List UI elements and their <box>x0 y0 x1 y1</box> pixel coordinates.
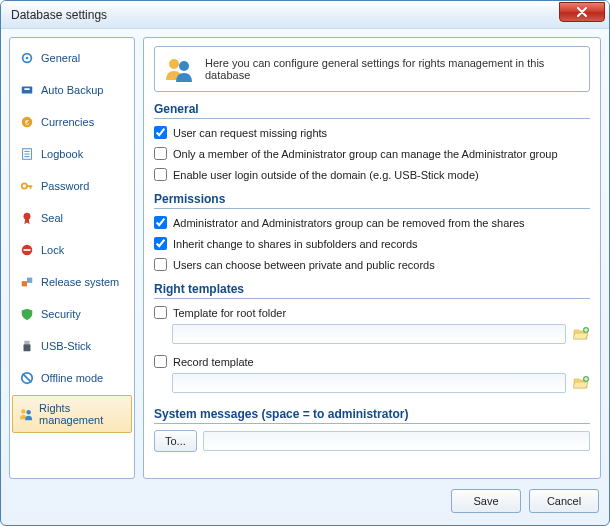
section-header-right-templates: Right templates <box>154 282 590 299</box>
footer: Save Cancel <box>1 485 609 525</box>
release-icon <box>19 274 35 290</box>
sidebar-item-lock[interactable]: Lock <box>12 235 132 265</box>
svg-point-23 <box>26 410 30 414</box>
to-row: To... <box>154 430 590 452</box>
option-row: Template for root folder <box>154 305 590 320</box>
section-header-system-messages: System messages (space = to administrato… <box>154 407 590 424</box>
sidebar-item-auto-backup[interactable]: Auto Backup <box>12 75 132 105</box>
svg-text:€: € <box>25 119 29 126</box>
save-button[interactable]: Save <box>451 489 521 513</box>
option-row: Administrator and Administrators group c… <box>154 215 590 230</box>
checkbox-user-request-rights[interactable] <box>154 126 167 139</box>
seal-icon <box>19 210 35 226</box>
option-label: Inherit change to shares in subfolders a… <box>173 238 418 250</box>
option-label: Administrator and Administrators group c… <box>173 217 525 229</box>
svg-point-25 <box>179 61 189 71</box>
gear-icon <box>19 50 35 66</box>
option-row: Only a member of the Administrator group… <box>154 146 590 161</box>
checkbox-login-outside-domain[interactable] <box>154 168 167 181</box>
option-label: Only a member of the Administrator group… <box>173 148 558 160</box>
option-label: Enable user login outside of the domain … <box>173 169 479 181</box>
checkbox-private-public[interactable] <box>154 258 167 271</box>
option-row: Enable user login outside of the domain … <box>154 167 590 182</box>
section-header-general: General <box>154 102 590 119</box>
to-input[interactable] <box>203 431 590 451</box>
svg-point-24 <box>169 59 179 69</box>
sidebar-item-currencies[interactable]: €Currencies <box>12 107 132 137</box>
sidebar-item-label: Rights management <box>39 402 125 426</box>
window: Database settings GeneralAuto Backup€Cur… <box>0 0 610 526</box>
option-label: Template for root folder <box>173 307 286 319</box>
sidebar-item-label: General <box>41 52 80 64</box>
sidebar-item-security[interactable]: Security <box>12 299 132 329</box>
svg-line-21 <box>23 374 32 383</box>
sidebar-item-logbook[interactable]: Logbook <box>12 139 132 169</box>
sidebar-item-rights-management[interactable]: Rights management <box>12 395 132 433</box>
option-row: User can request missing rights <box>154 125 590 140</box>
sidebar-item-label: Seal <box>41 212 63 224</box>
template-root-input[interactable] <box>172 324 566 344</box>
close-button[interactable] <box>559 2 605 22</box>
template-record-input[interactable] <box>172 373 566 393</box>
sidebar-item-usb-stick[interactable]: USB-Stick <box>12 331 132 361</box>
svg-rect-17 <box>27 278 32 283</box>
sidebar-item-label: Release system <box>41 276 119 288</box>
input-row <box>154 324 590 344</box>
sidebar-item-password[interactable]: Password <box>12 171 132 201</box>
input-row <box>154 373 590 393</box>
checkbox-template-record[interactable] <box>154 355 167 368</box>
body-area: GeneralAuto Backup€CurrenciesLogbookPass… <box>1 29 609 485</box>
option-label: Users can choose between private and pub… <box>173 259 435 271</box>
window-title: Database settings <box>11 8 559 22</box>
svg-rect-18 <box>24 341 29 345</box>
cancel-button[interactable]: Cancel <box>529 489 599 513</box>
info-box: Here you can configure general settings … <box>154 46 590 92</box>
users-icon <box>19 406 33 422</box>
offline-icon <box>19 370 35 386</box>
backup-icon <box>19 82 35 98</box>
option-row: Record template <box>154 354 590 369</box>
svg-rect-16 <box>22 281 27 286</box>
svg-rect-15 <box>24 249 31 251</box>
key-icon <box>19 178 35 194</box>
info-text: Here you can configure general settings … <box>205 57 581 81</box>
svg-rect-3 <box>24 88 29 90</box>
usb-icon <box>19 338 35 354</box>
svg-point-22 <box>21 409 25 413</box>
folder-open-icon <box>573 375 589 391</box>
forbid-icon <box>19 242 35 258</box>
sidebar-item-label: Auto Backup <box>41 84 103 96</box>
template-record-block: Record template <box>154 354 590 393</box>
titlebar: Database settings <box>1 1 609 29</box>
content-panel: Here you can configure general settings … <box>143 37 601 479</box>
sidebar-item-label: Logbook <box>41 148 83 160</box>
sidebar-item-label: Security <box>41 308 81 320</box>
sidebar-item-label: Password <box>41 180 89 192</box>
option-row: Inherit change to shares in subfolders a… <box>154 236 590 251</box>
browse-root-template-button[interactable] <box>572 325 590 343</box>
option-label: Record template <box>173 356 254 368</box>
shield-icon <box>19 306 35 322</box>
checkbox-admin-group-manage[interactable] <box>154 147 167 160</box>
template-root-block: Template for root folder <box>154 305 590 344</box>
svg-point-10 <box>22 183 27 188</box>
option-label: User can request missing rights <box>173 127 327 139</box>
sidebar-item-seal[interactable]: Seal <box>12 203 132 233</box>
to-button[interactable]: To... <box>154 430 197 452</box>
checkbox-admin-remove-shares[interactable] <box>154 216 167 229</box>
option-row: Users can choose between private and pub… <box>154 257 590 272</box>
sidebar-item-label: Lock <box>41 244 64 256</box>
sidebar-item-label: USB-Stick <box>41 340 91 352</box>
section-header-permissions: Permissions <box>154 192 590 209</box>
sidebar-item-release-system[interactable]: Release system <box>12 267 132 297</box>
sidebar-item-offline-mode[interactable]: Offline mode <box>12 363 132 393</box>
browse-record-template-button[interactable] <box>572 374 590 392</box>
folder-open-icon <box>573 326 589 342</box>
checkbox-template-root[interactable] <box>154 306 167 319</box>
checkbox-inherit-change[interactable] <box>154 237 167 250</box>
users-icon <box>163 53 195 85</box>
sidebar-item-label: Offline mode <box>41 372 103 384</box>
close-icon <box>576 7 588 17</box>
sidebar-item-general[interactable]: General <box>12 43 132 73</box>
sidebar: GeneralAuto Backup€CurrenciesLogbookPass… <box>9 37 135 479</box>
